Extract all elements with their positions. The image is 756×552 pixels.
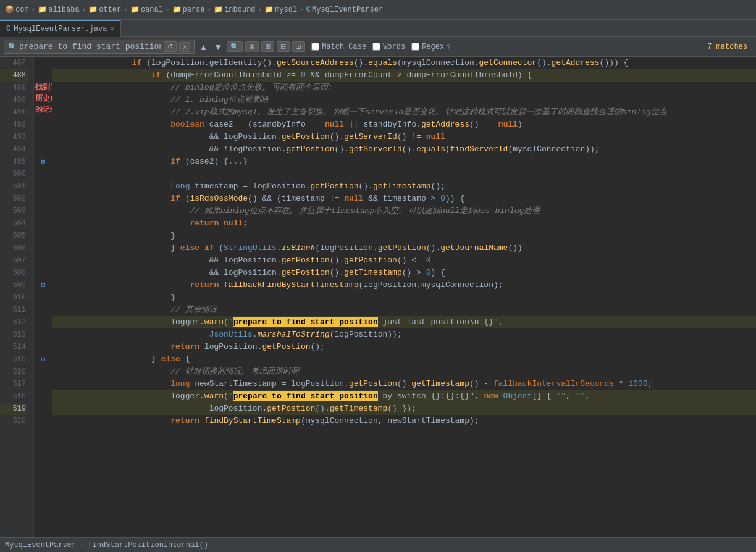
cn-text-1: 找到了 [35, 83, 52, 92]
status-class: MysqlEventParser [5, 541, 76, 550]
bc-sep-6: › [258, 6, 262, 14]
search-replace-button[interactable]: ⊟ [277, 41, 290, 52]
code-line-520: return findByStartTimeStamp(mysqlConnect… [52, 415, 756, 427]
breadcrumb-mysql[interactable]: 📁 mysql [264, 5, 297, 14]
search-options-button[interactable]: ⊞ [261, 41, 274, 52]
bc-sep-1: › [32, 6, 36, 14]
bc-sep-7: › [300, 6, 304, 14]
bc-mysql-icon: 📁 [264, 5, 274, 14]
line-501: 501 [0, 180, 28, 193]
tab-bar: C MysqlEventParser.java × [0, 20, 756, 37]
code-line-502: if (isRdsOssMode() && (timestamp != null… [52, 193, 756, 205]
search-next-button[interactable]: ▼ [212, 42, 224, 52]
bc-parse-label: parse [183, 6, 205, 14]
ann-512 [34, 316, 52, 328]
tab-mysqlparser[interactable]: C MysqlEventParser.java × [0, 20, 121, 37]
line-507: 507 [0, 254, 28, 267]
regex-option[interactable]: Regex ? [411, 43, 451, 51]
line-503: 503 [0, 205, 28, 217]
bc-sep-5: › [208, 6, 212, 14]
bc-class-icon: C [306, 6, 311, 14]
bc-sep-3: › [124, 6, 128, 14]
words-option[interactable]: Words [372, 43, 405, 51]
status-sep: › [80, 541, 84, 550]
line-492: 492 [0, 119, 28, 131]
match-case-option[interactable]: Match Case [311, 43, 366, 51]
line-493: 493 [0, 131, 28, 143]
code-line-489: // binlog定位位点失败, 可能有两个原因: [52, 82, 756, 94]
line-509: 509 [0, 279, 28, 291]
code-line-494: && !logPosition.getPostion().getServerId… [52, 143, 756, 156]
search-options: Match Case Words Regex ? [311, 43, 451, 51]
cn-line1: 找到了🔴 [35, 83, 52, 92]
regex-hint: ? [447, 43, 451, 51]
search-close-button[interactable]: × [179, 42, 190, 52]
matches-count: 7 matches [707, 43, 747, 51]
ann-510 [34, 291, 52, 304]
cn-line2: 历史成功 [35, 94, 52, 103]
search-prev-button[interactable]: ▲ [197, 42, 209, 52]
regex-checkbox[interactable] [411, 43, 419, 51]
line-518: 518 [0, 390, 28, 403]
code-line-491: // 2.vip模式的mysql, 发生了主备切换, 判断一下serverId是… [52, 106, 756, 119]
ann-515: ⊟ [34, 353, 52, 366]
ann-520 [34, 415, 52, 427]
search-input[interactable] [19, 42, 161, 51]
line-491: 491 [0, 106, 28, 119]
bc-canal-icon: 📁 [130, 5, 140, 14]
breadcrumb-class[interactable]: C MysqlEventParser [306, 6, 383, 14]
ann-504 [34, 217, 52, 230]
breadcrumb-otter[interactable]: 📁 otter [88, 5, 121, 14]
code-line-519: logPosition.getPostion().getTimestamp() … [52, 403, 756, 415]
match-case-checkbox[interactable] [311, 43, 319, 51]
line-515: 515 [0, 353, 28, 366]
line-512: 512 [0, 316, 28, 328]
breadcrumb-inbound[interactable]: 📁 inbound [214, 5, 255, 14]
words-label: Words [383, 43, 405, 51]
bc-canal-label: canal [141, 6, 163, 14]
line-511: 511 [0, 304, 28, 316]
search-magnifier-icon: 🔍 [8, 43, 17, 51]
code-line-513: JsonUtils.marshalToString(logPosition)); [52, 328, 756, 341]
search-filter-button[interactable]: ⊕ [245, 41, 259, 52]
code-line-516: // 针对切换的情况, 考虑回退时间 [52, 366, 756, 378]
ann-494 [34, 143, 52, 156]
breadcrumb-canal[interactable]: 📁 canal [130, 5, 163, 14]
bc-inbound-label: inbound [224, 6, 255, 14]
bc-inbound-icon: 📁 [214, 5, 223, 14]
bc-alibaba-icon: 📁 [38, 5, 47, 14]
code-line-518: logger.warn("prepare to find start posit… [52, 390, 756, 403]
bc-otter-label: otter [99, 6, 121, 14]
search-funnel-button[interactable]: ⊿ [292, 41, 305, 52]
tab-close-button[interactable]: × [110, 25, 114, 33]
words-checkbox[interactable] [372, 43, 380, 51]
code-line-504: return null; [52, 217, 756, 230]
code-line-512: logger.warn("prepare to find start posit… [52, 316, 756, 328]
line-510: 510 [0, 291, 28, 304]
breadcrumb-parse[interactable]: 📁 parse [172, 5, 205, 14]
breadcrumb: 📦 com › 📁 alibaba › 📁 otter › 📁 canal › … [0, 0, 756, 20]
line-487: 487 [0, 57, 28, 69]
breadcrumb-alibaba[interactable]: 📁 alibaba [38, 5, 79, 14]
code-line-511: // 其余情况 [52, 304, 756, 316]
ann-495: ⊟ [34, 156, 52, 168]
ann-516 [34, 366, 52, 378]
fold-indicator-509: ⊟ [41, 279, 46, 291]
search-find-button[interactable]: 🔍 [227, 41, 243, 52]
code-line-495: if (case2) {...} [52, 156, 756, 168]
status-bar: MysqlEventParser › findStartPositionInte… [0, 537, 756, 552]
ann-501 [34, 180, 52, 193]
bc-alibaba-label: alibaba [48, 6, 79, 14]
code-line-510: } [52, 291, 756, 304]
ann-493 [34, 131, 52, 143]
ann-509: ⊟ [34, 279, 52, 291]
code-line-505: } [52, 230, 756, 242]
regex-label: Regex [422, 43, 444, 51]
ann-505 [34, 230, 52, 242]
match-case-label: Match Case [322, 43, 366, 51]
line-516: 516 [0, 366, 28, 378]
breadcrumb-com[interactable]: 📦 com [5, 5, 29, 14]
code-line-501: Long timestamp = logPosition.getPostion(… [52, 180, 756, 193]
ann-488 [34, 69, 52, 82]
search-undo-button[interactable]: ↺ [164, 41, 177, 52]
